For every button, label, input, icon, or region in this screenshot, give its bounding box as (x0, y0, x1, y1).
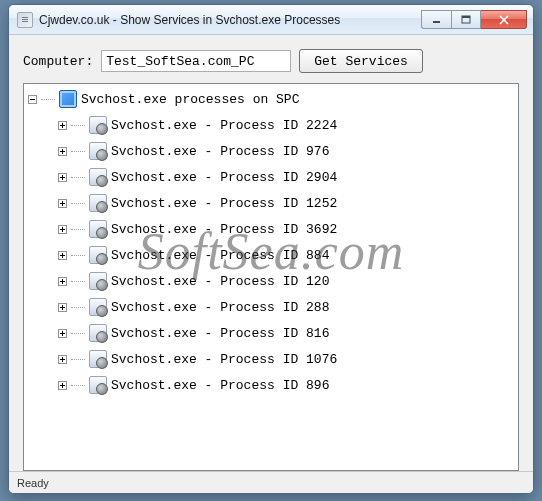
app-window: Cjwdev.co.uk - Show Services in Svchost.… (8, 4, 534, 494)
service-icon (89, 246, 107, 264)
service-icon (89, 376, 107, 394)
expand-icon[interactable] (58, 381, 67, 390)
tree-root-node[interactable]: Svchost.exe processes on SPC (28, 90, 514, 108)
tree-connector (71, 333, 85, 334)
tree-item-label: Svchost.exe - Process ID 816 (111, 326, 329, 341)
expand-icon[interactable] (58, 225, 67, 234)
status-bar: Ready (9, 471, 533, 493)
window-controls (421, 10, 527, 29)
get-services-button[interactable]: Get Services (299, 49, 423, 73)
close-icon (498, 15, 510, 25)
service-icon (89, 194, 107, 212)
tree-connector (71, 307, 85, 308)
minimize-icon (432, 16, 442, 24)
expand-icon[interactable] (58, 121, 67, 130)
status-text: Ready (17, 477, 49, 489)
close-button[interactable] (481, 10, 527, 29)
toolbar: Computer: Get Services (23, 49, 519, 73)
tree-connector (71, 255, 85, 256)
computer-label: Computer: (23, 54, 93, 69)
tree-connector (41, 99, 55, 100)
app-icon (17, 12, 33, 28)
tree-item[interactable]: Svchost.exe - Process ID 884 (58, 242, 514, 268)
tree-item-label: Svchost.exe - Process ID 1252 (111, 196, 337, 211)
service-icon (89, 272, 107, 290)
service-icon (89, 324, 107, 342)
tree-item[interactable]: Svchost.exe - Process ID 2224 (58, 112, 514, 138)
expand-icon[interactable] (58, 329, 67, 338)
service-icon (89, 168, 107, 186)
tree-item-label: Svchost.exe - Process ID 976 (111, 144, 329, 159)
maximize-button[interactable] (451, 10, 481, 29)
tree-connector (71, 203, 85, 204)
tree-item[interactable]: Svchost.exe - Process ID 1252 (58, 190, 514, 216)
expand-icon[interactable] (58, 199, 67, 208)
maximize-icon (461, 15, 471, 25)
tree-item-label: Svchost.exe - Process ID 2224 (111, 118, 337, 133)
service-icon (89, 142, 107, 160)
tree-item[interactable]: Svchost.exe - Process ID 120 (58, 268, 514, 294)
tree-item[interactable]: Svchost.exe - Process ID 288 (58, 294, 514, 320)
tree-item[interactable]: Svchost.exe - Process ID 896 (58, 372, 514, 398)
tree-item-label: Svchost.exe - Process ID 120 (111, 274, 329, 289)
collapse-icon[interactable] (28, 95, 37, 104)
tree-connector (71, 281, 85, 282)
computer-input[interactable] (101, 50, 291, 72)
tree-item[interactable]: Svchost.exe - Process ID 3692 (58, 216, 514, 242)
tree-item-label: Svchost.exe - Process ID 2904 (111, 170, 337, 185)
tree-item[interactable]: Svchost.exe - Process ID 2904 (58, 164, 514, 190)
service-icon (89, 220, 107, 238)
tree-connector (71, 177, 85, 178)
tree-connector (71, 359, 85, 360)
minimize-button[interactable] (421, 10, 451, 29)
expand-icon[interactable] (58, 277, 67, 286)
tree-item-label: Svchost.exe - Process ID 896 (111, 378, 329, 393)
expand-icon[interactable] (58, 355, 67, 364)
computer-icon (59, 90, 77, 108)
tree-view[interactable]: Svchost.exe processes on SPC Svchost.exe… (23, 83, 519, 471)
expand-icon[interactable] (58, 251, 67, 260)
service-icon (89, 116, 107, 134)
tree-connector (71, 151, 85, 152)
expand-icon[interactable] (58, 303, 67, 312)
tree-connector (71, 125, 85, 126)
tree-item-label: Svchost.exe - Process ID 1076 (111, 352, 337, 367)
expand-icon[interactable] (58, 147, 67, 156)
tree-item[interactable]: Svchost.exe - Process ID 816 (58, 320, 514, 346)
titlebar[interactable]: Cjwdev.co.uk - Show Services in Svchost.… (9, 5, 533, 35)
tree-item-label: Svchost.exe - Process ID 288 (111, 300, 329, 315)
tree-item[interactable]: Svchost.exe - Process ID 976 (58, 138, 514, 164)
service-icon (89, 350, 107, 368)
expand-icon[interactable] (58, 173, 67, 182)
client-area: Computer: Get Services Svchost.exe proce… (9, 35, 533, 471)
tree-children: Svchost.exe - Process ID 2224Svchost.exe… (28, 112, 514, 398)
tree-item[interactable]: Svchost.exe - Process ID 1076 (58, 346, 514, 372)
tree-connector (71, 385, 85, 386)
window-title: Cjwdev.co.uk - Show Services in Svchost.… (39, 13, 421, 27)
tree-item-label: Svchost.exe - Process ID 884 (111, 248, 329, 263)
tree-root-label: Svchost.exe processes on SPC (81, 92, 299, 107)
tree-item-label: Svchost.exe - Process ID 3692 (111, 222, 337, 237)
service-icon (89, 298, 107, 316)
tree-connector (71, 229, 85, 230)
